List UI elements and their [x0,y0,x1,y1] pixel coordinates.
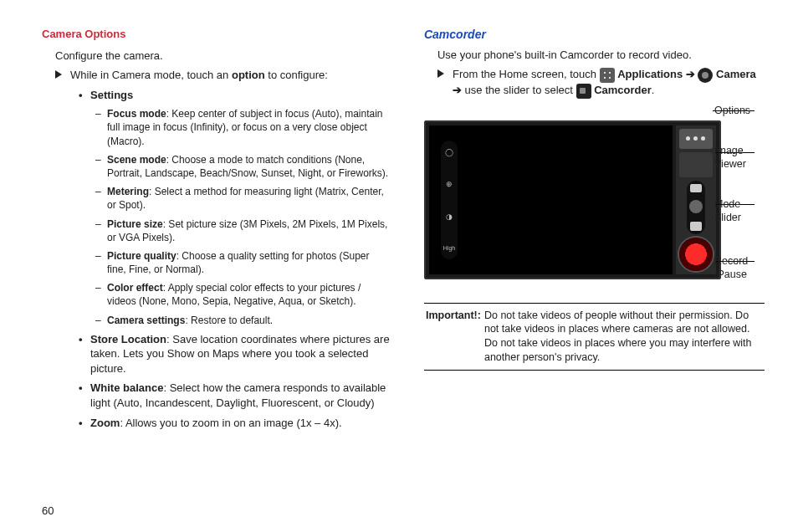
store-location-item: Store Location: Save location coordinate… [79,332,391,376]
label-viewer: Image Viewer [714,144,765,172]
white-balance-label: White balance [90,381,163,394]
applications-icon [600,68,615,83]
camera-settings-desc: : Restore to default. [185,315,273,326]
label-record: Record /Pause [714,254,765,283]
camera-options-heading: Camera Options [42,27,391,42]
right-column: Camcorder Use your phone's built-in Camc… [424,27,765,435]
arrow-2: ➔ [453,84,465,96]
step-text-a: From the Home screen, touch [453,68,600,80]
white-balance-item: White balance: Select how the camera res… [79,381,391,410]
page: Camera Options Configure the camera. Whi… [0,0,798,435]
camera-icon [698,68,713,83]
strip-icon: ◑ [446,212,453,222]
important-note: Important!: Do not take videos of people… [424,303,765,371]
applications-label: Applications [617,68,683,80]
left-icon-strip: ◯ ⊕ ◑ High [441,141,458,259]
arrow-1: ➔ [683,68,698,80]
phone-mockup: ◯ ⊕ ◑ High [424,120,721,279]
mode-slider[interactable] [687,181,705,234]
focus-mode-label: Focus mode [107,108,166,120]
step-suffix: to configure: [265,69,328,81]
strip-icon: ◯ [445,147,453,157]
focus-mode-item: Focus mode: Keep center of subject in fo… [95,107,391,148]
metering-desc: : Select a method for measuring light (M… [107,186,384,211]
step-prefix: While in Camera mode, touch an [70,69,232,81]
metering-label: Metering [107,186,149,197]
camera-label: Camera [716,68,756,80]
zoom-label: Zoom [90,417,120,429]
page-number: 60 [42,504,54,519]
camera-settings-item: Camera settings: Restore to default. [95,314,391,327]
zoom-desc: : Allows you to zoom in on an image (1x … [120,417,341,429]
picture-quality-item: Picture quality: Choose a quality settin… [95,249,391,276]
camcorder-intro: Use your phone's built-in Camcorder to r… [437,48,765,63]
step-bold: option [232,69,265,81]
image-viewer-thumb[interactable] [679,152,713,177]
strip-icon: High [443,244,455,252]
strip-icon: ⊕ [446,179,453,189]
period: . [652,84,655,96]
picture-size-item: Picture size: Set picture size (3M Pixel… [95,217,391,244]
zoom-item: Zoom: Allows you to zoom in on an image … [79,416,391,431]
label-slider: Mode Slider [714,197,765,226]
store-location-label: Store Location [90,333,166,345]
important-label: Important!: [426,309,484,366]
camera-mode-icon [690,222,702,231]
step-line: While in Camera mode, touch an option to… [55,68,391,83]
viewport: ◯ ⊕ ◑ High [429,125,673,274]
options-button[interactable] [679,129,713,149]
right-rail [676,125,716,274]
record-button[interactable] [679,238,713,271]
left-column: Camera Options Configure the camera. Whi… [42,27,391,435]
slider-knob[interactable] [689,200,703,213]
camera-settings-label: Camera settings [107,315,185,326]
video-mode-icon [690,184,702,192]
label-options: Options [714,104,750,118]
color-effect-label: Color effect [107,282,163,294]
camcorder-label: Camcorder [594,84,652,96]
metering-item: Metering: Select a method for measuring … [95,185,391,212]
intro-text: Configure the camera. [55,49,391,64]
camcorder-icon [576,84,591,99]
picture-size-label: Picture size [107,218,163,230]
color-effect-item: Color effect: Apply special color effect… [95,281,391,308]
picture-quality-label: Picture quality [107,250,176,262]
settings-bullet: Settings [79,88,391,103]
camcorder-figure: ◯ ⊕ ◑ High [424,107,765,283]
camcorder-heading: Camcorder [424,27,765,43]
scene-mode-item: Scene mode: Choose a mode to match condi… [95,153,391,180]
important-text: Do not take videos of people without the… [484,309,763,366]
step-text-b: use the slider to select [465,84,576,96]
scene-mode-label: Scene mode [107,154,166,166]
camcorder-step: From the Home screen, touch Applications… [437,67,765,98]
